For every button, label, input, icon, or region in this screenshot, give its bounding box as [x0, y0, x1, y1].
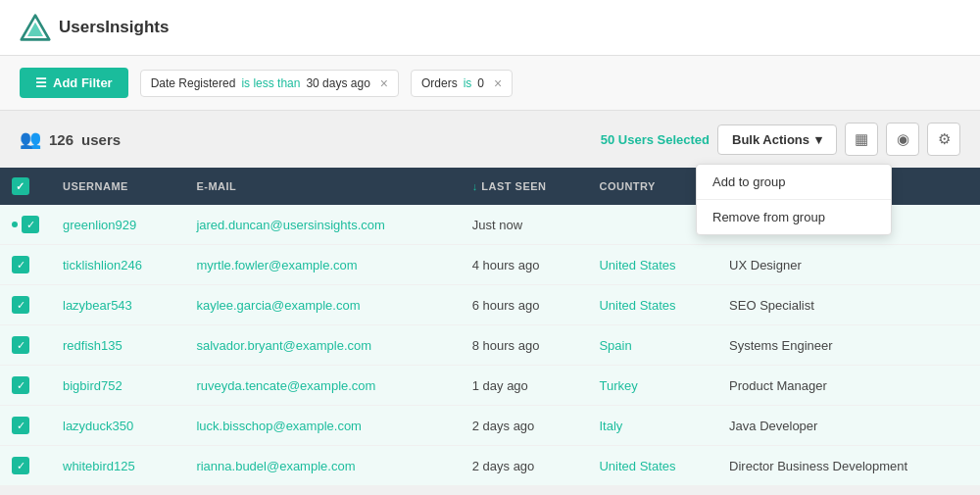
row-checkbox-cell[interactable]: ✓: [0, 285, 51, 325]
username-link[interactable]: lazyduck350: [63, 419, 133, 433]
country-link[interactable]: Spain: [599, 338, 631, 353]
row-check-icon[interactable]: ✓: [12, 256, 29, 273]
row-country: Spain: [587, 325, 717, 366]
checkbox-wrapper: ✓: [12, 376, 39, 394]
username-link[interactable]: ticklishlion246: [63, 258, 142, 272]
checkbox-wrapper: ✓: [12, 216, 39, 233]
row-check-icon[interactable]: ✓: [12, 376, 29, 394]
users-bar: 👥 126 users 50 Users Selected Bulk Actio…: [0, 111, 980, 168]
row-check-icon[interactable]: ✓: [12, 417, 29, 434]
settings-button[interactable]: ⚙: [927, 123, 960, 156]
filter-key-1: Date Registered: [151, 76, 236, 90]
table-row: ✓lazyduck350luck.bisschop@example.com2 d…: [0, 406, 980, 446]
user-count-number: 126: [49, 131, 74, 148]
row-country: United States: [587, 446, 717, 486]
username-link[interactable]: bigbird752: [63, 378, 122, 393]
email-link[interactable]: salvador.bryant@example.com: [196, 338, 371, 353]
row-email: jared.duncan@usersinsights.com: [184, 205, 460, 245]
country-link[interactable]: Turkey: [599, 378, 637, 393]
filter-close-1[interactable]: ×: [380, 76, 388, 90]
card-view-button[interactable]: ▦: [845, 123, 878, 156]
row-email: ruveyda.tencate@example.com: [184, 366, 460, 406]
row-username: redfish135: [51, 325, 184, 366]
table-row: ✓bigbird752ruveyda.tencate@example.com1 …: [0, 366, 980, 406]
table-body: ✓greenlion929jared.duncan@usersinsights.…: [0, 205, 980, 486]
col-email: E-MAIL: [184, 168, 460, 205]
bulk-actions-button[interactable]: Bulk Actions ▾: [717, 124, 837, 155]
add-filter-button[interactable]: ☰ Add Filter: [20, 68, 128, 98]
row-username: bigbird752: [51, 366, 184, 406]
logo-text: UsersInsights: [59, 18, 169, 37]
filter-close-2[interactable]: ×: [494, 76, 502, 90]
toolbar-right: 50 Users Selected Bulk Actions ▾ Add to …: [601, 123, 960, 156]
row-email: kaylee.garcia@example.com: [184, 285, 460, 325]
row-username: whitebird125: [51, 446, 184, 486]
row-check-icon[interactable]: ✓: [12, 457, 29, 474]
row-check-icon[interactable]: ✓: [12, 336, 29, 354]
username-link[interactable]: greenlion929: [63, 218, 136, 232]
row-username: ticklishlion246: [51, 245, 184, 285]
settings-icon: ⚙: [938, 130, 951, 148]
row-last-seen: 1 day ago: [461, 366, 588, 406]
row-last-seen: 4 hours ago: [461, 245, 588, 285]
header-checkbox-cell[interactable]: ✓: [0, 168, 51, 205]
card-view-icon: ▦: [855, 130, 868, 148]
username-link[interactable]: whitebird125: [63, 459, 135, 473]
row-checkbox-cell[interactable]: ✓: [0, 446, 51, 486]
table-row: ✓redfish135salvador.bryant@example.com8 …: [0, 325, 980, 366]
country-link[interactable]: United States: [599, 258, 675, 272]
header-checkbox[interactable]: ✓: [12, 177, 29, 195]
country-link[interactable]: Italy: [599, 419, 622, 433]
date-registered-filter: Date Registered is less than 30 days ago…: [140, 70, 399, 97]
row-checkbox-cell[interactable]: ✓: [0, 245, 51, 285]
row-checkbox-cell[interactable]: ✓: [0, 205, 51, 245]
row-last-seen: 8 hours ago: [461, 325, 588, 366]
row-email: luck.bisschop@example.com: [184, 406, 460, 446]
checkbox-wrapper: ✓: [12, 296, 39, 314]
users-icon: 👥: [20, 128, 41, 150]
filter-op-1: is less than: [241, 76, 300, 90]
row-check-icon[interactable]: ✓: [22, 216, 39, 233]
username-link[interactable]: lazybear543: [63, 298, 132, 313]
email-link[interactable]: ruveyda.tencate@example.com: [196, 378, 375, 393]
row-country: United States: [587, 245, 717, 285]
eye-icon: ◉: [897, 130, 909, 148]
row-email: myrtle.fowler@example.com: [184, 245, 460, 285]
checkbox-wrapper: ✓: [12, 336, 39, 354]
row-checkbox-cell[interactable]: ✓: [0, 366, 51, 406]
col-last-seen[interactable]: ↓ LAST SEEN: [461, 168, 588, 205]
new-indicator-dot: [12, 222, 18, 227]
checkbox-wrapper: ✓: [12, 457, 39, 474]
add-to-group-item[interactable]: Add to group: [697, 165, 891, 199]
email-link[interactable]: jared.duncan@usersinsights.com: [196, 218, 384, 232]
row-email: rianna.budel@example.com: [184, 446, 460, 486]
email-link[interactable]: kaylee.garcia@example.com: [196, 298, 360, 313]
row-role: UX Designer: [717, 245, 980, 285]
row-role: Product Manager: [717, 366, 980, 406]
table-row: ✓lazybear543kaylee.garcia@example.com6 h…: [0, 285, 980, 325]
row-username: lazyduck350: [51, 406, 184, 446]
row-check-icon[interactable]: ✓: [12, 296, 29, 314]
row-role: Director Business Development: [717, 446, 980, 486]
row-role: Systems Engineer: [717, 325, 980, 366]
filter-key-2: Orders: [421, 76, 458, 90]
email-link[interactable]: luck.bisschop@example.com: [196, 419, 362, 433]
filter-list-icon: ☰: [35, 75, 47, 90]
email-link[interactable]: myrtle.fowler@example.com: [196, 258, 357, 272]
row-checkbox-cell[interactable]: ✓: [0, 406, 51, 446]
remove-from-group-item[interactable]: Remove from group: [697, 200, 891, 234]
country-link[interactable]: United States: [599, 459, 675, 473]
country-link[interactable]: United States: [599, 298, 675, 313]
email-link[interactable]: rianna.budel@example.com: [196, 459, 355, 473]
filter-bar: ☰ Add Filter Date Registered is less tha…: [0, 56, 980, 111]
table-row: ✓ticklishlion246myrtle.fowler@example.co…: [0, 245, 980, 285]
row-country: Italy: [587, 406, 717, 446]
checkbox-wrapper: ✓: [12, 417, 39, 434]
eye-button[interactable]: ◉: [886, 123, 919, 156]
row-username: greenlion929: [51, 205, 184, 245]
filter-val-1: 30 days ago: [306, 76, 369, 90]
selected-badge: 50 Users Selected: [601, 132, 710, 147]
row-checkbox-cell[interactable]: ✓: [0, 325, 51, 366]
username-link[interactable]: redfish135: [63, 338, 122, 353]
row-email: salvador.bryant@example.com: [184, 325, 460, 366]
